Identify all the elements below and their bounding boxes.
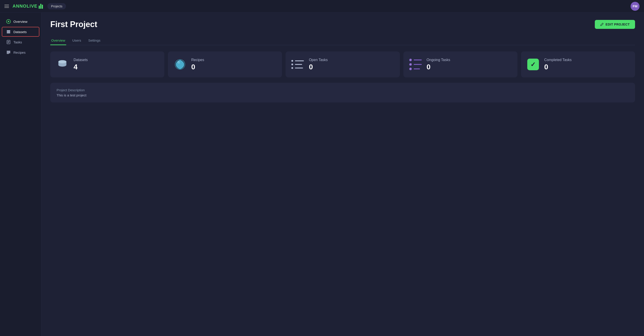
description-text: This is a test project bbox=[56, 93, 629, 97]
svg-rect-2 bbox=[7, 30, 10, 31]
sidebar-item-label: Tasks bbox=[14, 40, 22, 44]
overview-icon bbox=[6, 19, 11, 24]
tab-overview[interactable]: Overview bbox=[50, 36, 66, 45]
svg-rect-3 bbox=[7, 31, 10, 32]
open-tasks-value: 0 bbox=[309, 63, 328, 71]
completed-tasks-stat-icon: ✓ bbox=[526, 58, 540, 71]
logo-bars-icon bbox=[39, 4, 43, 9]
svg-rect-12 bbox=[7, 54, 9, 54]
recipes-label: Recipes bbox=[191, 58, 204, 62]
ongoing-icon: ✓ ✓ ✓ bbox=[409, 59, 422, 70]
stat-card-ongoing-tasks: ✓ ✓ ✓ bbox=[404, 52, 518, 77]
stat-card-datasets: Datasets 4 bbox=[50, 52, 164, 77]
topbar: ANNOLIVE Projects FM bbox=[0, 0, 644, 13]
tabs-bar: Overview Users Settings bbox=[50, 36, 635, 45]
page-header: First Project EDIT PROJECT bbox=[50, 20, 635, 29]
datasets-label: Datasets bbox=[74, 58, 88, 62]
sidebar: Overview Datasets bbox=[0, 13, 41, 336]
edit-project-button[interactable]: EDIT PROJECT bbox=[595, 20, 635, 29]
edit-icon bbox=[600, 23, 604, 26]
open-tasks-stat-icon bbox=[291, 58, 304, 71]
recipes-icon bbox=[6, 50, 11, 55]
avatar[interactable]: FM bbox=[630, 2, 640, 11]
svg-point-16 bbox=[58, 63, 66, 67]
svg-rect-9 bbox=[7, 51, 10, 52]
ongoing-tasks-value: 0 bbox=[427, 63, 450, 71]
svg-point-17 bbox=[58, 60, 66, 63]
page-title: First Project bbox=[50, 20, 97, 29]
stats-row: Datasets 4 bbox=[50, 52, 635, 77]
recipes-stat-icon bbox=[173, 58, 187, 71]
sidebar-item-label: Recipes bbox=[14, 51, 26, 54]
sidebar-item-datasets[interactable]: Datasets bbox=[2, 27, 39, 37]
stat-card-completed-tasks: ✓ Completed Tasks 0 bbox=[521, 52, 635, 77]
datasets-icon bbox=[6, 30, 11, 34]
volleyball-icon bbox=[174, 59, 186, 70]
svg-rect-11 bbox=[7, 53, 10, 53]
completed-check-icon: ✓ bbox=[527, 59, 539, 70]
list-icon bbox=[291, 60, 304, 69]
tab-settings[interactable]: Settings bbox=[88, 36, 101, 45]
sidebar-item-overview[interactable]: Overview bbox=[2, 17, 39, 27]
datasets-value: 4 bbox=[74, 63, 88, 71]
svg-rect-4 bbox=[7, 33, 10, 33]
projects-nav-pill[interactable]: Projects bbox=[48, 3, 66, 10]
sidebar-item-label: Datasets bbox=[14, 30, 26, 34]
datasets-stat-icon bbox=[56, 58, 69, 71]
description-box: Project Description This is a test proje… bbox=[50, 83, 635, 103]
svg-rect-10 bbox=[7, 52, 10, 52]
completed-tasks-value: 0 bbox=[544, 63, 572, 71]
sidebar-item-tasks[interactable]: Tasks bbox=[2, 37, 39, 47]
svg-point-1 bbox=[8, 21, 9, 22]
completed-tasks-label: Completed Tasks bbox=[544, 58, 572, 62]
recipes-value: 0 bbox=[191, 63, 204, 71]
tasks-icon bbox=[6, 40, 11, 44]
database-icon bbox=[56, 59, 68, 70]
ongoing-tasks-stat-icon: ✓ ✓ ✓ bbox=[409, 58, 422, 71]
tab-users[interactable]: Users bbox=[72, 36, 82, 45]
main-content: First Project EDIT PROJECT Overview User… bbox=[41, 13, 644, 336]
menu-button[interactable] bbox=[4, 5, 9, 8]
open-tasks-label: Open Tasks bbox=[309, 58, 328, 62]
sidebar-item-label: Overview bbox=[14, 20, 28, 24]
logo-text: ANNOLIVE bbox=[12, 4, 37, 9]
logo: ANNOLIVE bbox=[12, 4, 43, 9]
sidebar-item-recipes[interactable]: Recipes bbox=[2, 48, 39, 57]
description-title: Project Description bbox=[56, 88, 629, 92]
ongoing-tasks-label: Ongoing Tasks bbox=[427, 58, 450, 62]
stat-card-recipes: Recipes 0 bbox=[168, 52, 282, 77]
main-layout: Overview Datasets bbox=[0, 13, 644, 336]
stat-card-open-tasks: Open Tasks 0 bbox=[286, 52, 400, 77]
